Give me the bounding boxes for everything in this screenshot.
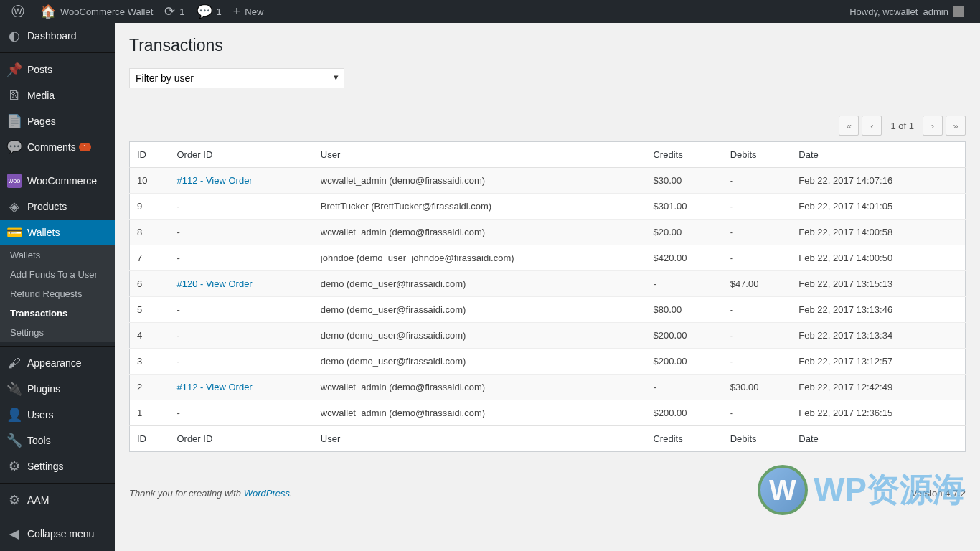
page-last-button[interactable]: » — [946, 116, 966, 136]
media-icon: 🖻 — [7, 88, 22, 103]
comments-link[interactable]: 💬1 — [191, 0, 227, 23]
filter-by-user-select[interactable]: Filter by user — [129, 68, 344, 88]
menu-appearance[interactable]: 🖌Appearance — [0, 350, 115, 376]
cell-order: - — [169, 400, 313, 426]
comments-badge: 1 — [79, 143, 91, 151]
cell-date: Feb 22, 2017 13:13:34 — [791, 323, 965, 349]
cell-id: 8 — [130, 220, 170, 245]
products-icon: ◈ — [7, 199, 22, 214]
order-link[interactable]: #120 - View Order — [176, 278, 252, 289]
menu-plugins[interactable]: 🔌Plugins — [0, 376, 115, 402]
menu-settings[interactable]: ⚙Settings — [0, 453, 115, 479]
new-content-link[interactable]: +New — [227, 0, 270, 23]
page-prev-button[interactable]: ‹ — [862, 116, 882, 136]
menu-woocommerce[interactable]: wooWooCommerce — [0, 168, 115, 194]
cell-credits: $80.00 — [646, 297, 722, 323]
table-row: 4-demo (demo_user@firassaidi.com)$200.00… — [130, 323, 966, 349]
cell-user: wcwallet_admin (demo@firassaidi.com) — [314, 400, 646, 426]
admin-bar: ⓦ 🏠WooCommerce Wallet ⟳1 💬1 +New Howdy, … — [0, 0, 980, 23]
cell-user: wcwallet_admin (demo@firassaidi.com) — [314, 220, 646, 245]
menu-users[interactable]: 👤Users — [0, 402, 115, 428]
collapse-menu[interactable]: ◀Collapse menu — [0, 521, 115, 547]
footer-thankyou: Thank you for creating with — [129, 488, 244, 499]
cell-date: Feb 22, 2017 13:12:57 — [791, 349, 965, 375]
col-debits[interactable]: Debits — [723, 142, 792, 168]
menu-comments[interactable]: 💬Comments1 — [0, 134, 115, 160]
cell-date: Feb 22, 2017 14:00:50 — [791, 245, 965, 271]
submenu-settings[interactable]: Settings — [0, 323, 115, 342]
tools-icon: 🔧 — [7, 433, 22, 448]
cell-credits: $30.00 — [646, 168, 722, 194]
comments-icon: 💬 — [7, 140, 22, 154]
updates-link[interactable]: ⟳1 — [159, 0, 190, 23]
submenu-add-funds[interactable]: Add Funds To a User — [0, 265, 115, 284]
cell-id: 10 — [130, 168, 170, 194]
menu-posts[interactable]: 📌Posts — [0, 57, 115, 83]
pagination: « ‹ 1 of 1 › » — [129, 116, 966, 136]
footer: Thank you for creating with WordPress. V… — [129, 488, 966, 499]
menu-aam[interactable]: ⚙AAM — [0, 487, 115, 513]
updates-icon: ⟳ — [164, 4, 175, 19]
wallets-icon: 💳 — [7, 225, 22, 240]
settings-icon: ⚙ — [7, 459, 22, 474]
col-date[interactable]: Date — [791, 142, 965, 168]
table-row: 2#112 - View Orderwcwallet_admin (demo@f… — [130, 375, 966, 400]
wordpress-link[interactable]: WordPress — [244, 488, 290, 499]
pin-icon: 📌 — [7, 62, 22, 77]
cell-id: 4 — [130, 323, 170, 349]
cell-user: wcwallet_admin (demo@firassaidi.com) — [314, 375, 646, 400]
page-title: Transactions — [129, 36, 966, 55]
submenu-transactions[interactable]: Transactions — [0, 303, 115, 323]
table-row: 1-wcwallet_admin (demo@firassaidi.com)$2… — [130, 400, 966, 426]
wordpress-icon: ⓦ — [11, 3, 24, 20]
order-link[interactable]: #112 - View Order — [176, 382, 252, 392]
howdy-link[interactable]: Howdy, wcwallet_admin — [844, 0, 970, 23]
cell-debits: - — [723, 400, 792, 426]
submenu-wallets[interactable]: Wallets — [0, 245, 115, 265]
cell-id: 5 — [130, 297, 170, 323]
wp-logo[interactable]: ⓦ — [6, 0, 34, 23]
table-row: 5-demo (demo_user@firassaidi.com)$80.00-… — [130, 297, 966, 323]
cell-debits: - — [723, 245, 792, 271]
cell-id: 2 — [130, 375, 170, 400]
cell-date: Feb 22, 2017 13:13:46 — [791, 297, 965, 323]
cell-debits: - — [723, 194, 792, 220]
site-name-link[interactable]: 🏠WooCommerce Wallet — [34, 0, 159, 23]
table-header-row: ID Order ID User Credits Debits Date — [130, 142, 966, 168]
submenu-refund-requests[interactable]: Refund Requests — [0, 284, 115, 303]
menu-media[interactable]: 🖻Media — [0, 83, 115, 108]
cell-id: 9 — [130, 194, 170, 220]
cell-id: 7 — [130, 245, 170, 271]
col-credits[interactable]: Credits — [646, 142, 722, 168]
page-first-button[interactable]: « — [839, 116, 859, 136]
plus-icon: + — [233, 4, 241, 19]
cell-debits: - — [723, 297, 792, 323]
howdy-text: Howdy, wcwallet_admin — [849, 6, 948, 17]
cell-date: Feb 22, 2017 12:42:49 — [791, 375, 965, 400]
cell-order: - — [169, 297, 313, 323]
order-link[interactable]: #112 - View Order — [176, 175, 252, 186]
cell-debits: - — [723, 220, 792, 245]
menu-pages[interactable]: 📄Pages — [0, 108, 115, 134]
table-row: 10#112 - View Orderwcwallet_admin (demo@… — [130, 168, 966, 194]
menu-tools[interactable]: 🔧Tools — [0, 428, 115, 453]
cell-credits: $200.00 — [646, 323, 722, 349]
cell-user: wcwallet_admin (demo@firassaidi.com) — [314, 168, 646, 194]
col-user[interactable]: User — [314, 142, 646, 168]
col-order-id[interactable]: Order ID — [169, 142, 313, 168]
menu-wallets[interactable]: 💳Wallets — [0, 220, 115, 245]
aam-icon: ⚙ — [7, 493, 22, 507]
cell-order: - — [169, 220, 313, 245]
col-id[interactable]: ID — [130, 142, 170, 168]
plugins-icon: 🔌 — [7, 382, 22, 396]
comment-icon: 💬 — [197, 4, 212, 19]
collapse-icon: ◀ — [7, 527, 22, 541]
menu-products[interactable]: ◈Products — [0, 194, 115, 220]
menu-dashboard[interactable]: ◐Dashboard — [0, 23, 115, 49]
cell-order: - — [169, 245, 313, 271]
page-next-button[interactable]: › — [923, 116, 943, 136]
cell-date: Feb 22, 2017 14:00:58 — [791, 220, 965, 245]
table-row: 6#120 - View Orderdemo (demo_user@firass… — [130, 271, 966, 297]
transactions-table: ID Order ID User Credits Debits Date 10#… — [129, 141, 966, 452]
cell-credits: $420.00 — [646, 245, 722, 271]
